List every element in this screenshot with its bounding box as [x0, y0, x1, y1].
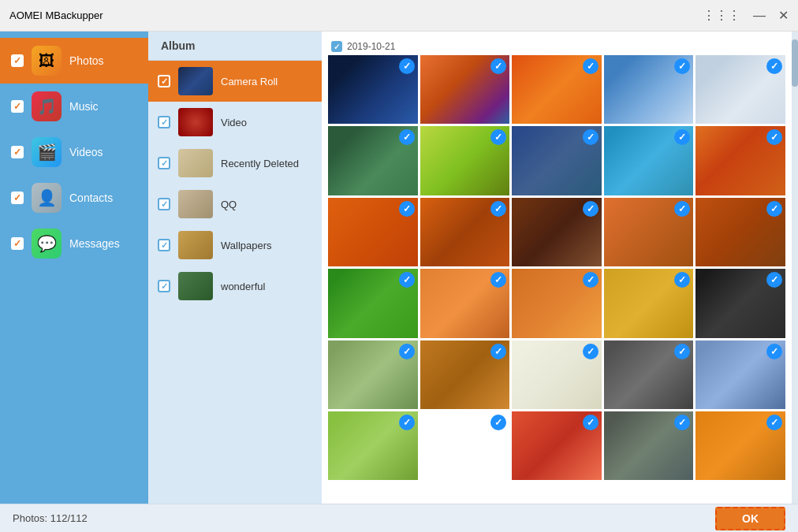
photo-cell-21[interactable] [328, 340, 418, 409]
photo-check-6 [399, 129, 415, 145]
photo-cell-9[interactable] [604, 126, 694, 195]
photo-cell-7[interactable] [420, 126, 510, 195]
album-item-recently-deleted[interactable]: Recently Deleted [148, 143, 322, 184]
date-label: 2019-10-21 [328, 38, 785, 55]
photo-cell-3[interactable] [512, 55, 602, 124]
photo-cell-18[interactable] [512, 269, 602, 337]
music-icon: 🎵 [32, 91, 62, 121]
photo-cell-4[interactable] [604, 55, 694, 124]
scrollbar-thumb[interactable] [792, 39, 798, 87]
photo-cell-26[interactable] [328, 411, 418, 480]
photo-cell-8[interactable] [512, 126, 602, 195]
status-bar: Photos: 112/112 OK [0, 504, 798, 532]
app-title: AOMEI MBackupper [9, 9, 703, 21]
photo-cell-20[interactable] [695, 269, 785, 337]
sidebar-label-music: Music [69, 100, 99, 113]
app-body: 🖼 Photos 🎵 Music 🎬 Videos 👤 Contacts 💬 M… [0, 32, 798, 504]
photo-cell-27[interactable] [420, 411, 510, 480]
photo-cell-5[interactable] [695, 55, 785, 124]
sidebar-item-messages[interactable]: 💬 Messages [0, 221, 148, 266]
photo-cell-11[interactable] [328, 198, 418, 266]
album-checkbox-video[interactable] [158, 116, 170, 128]
photo-cell-30[interactable] [695, 411, 785, 480]
photo-check-5 [766, 58, 782, 74]
photo-check-21 [399, 344, 415, 359]
photo-check-25 [766, 344, 782, 359]
photo-cell-17[interactable] [420, 269, 510, 337]
photo-check-16 [399, 272, 415, 288]
photo-grid [328, 55, 785, 480]
photo-cell-16[interactable] [328, 269, 418, 337]
messages-icon: 💬 [32, 229, 62, 259]
date-section: 2019-10-21 [328, 38, 785, 480]
album-checkbox-wallpapers[interactable] [158, 239, 170, 251]
album-list: Camera Roll Video Recently Deleted [148, 61, 322, 504]
album-name-qq: QQ [221, 199, 237, 210]
photo-check-12 [490, 201, 506, 217]
sidebar-item-videos[interactable]: 🎬 Videos [0, 129, 148, 175]
window-controls: ⋮⋮⋮ — ✕ [703, 9, 789, 22]
photo-grid-container[interactable]: 2019-10-21 [322, 32, 792, 504]
photo-cell-29[interactable] [604, 411, 694, 480]
photo-cell-13[interactable] [512, 198, 602, 266]
photo-cell-23[interactable] [512, 340, 602, 409]
title-bar: AOMEI MBackupper ⋮⋮⋮ — ✕ [0, 0, 798, 32]
photo-cell-1[interactable] [328, 55, 418, 124]
minimize-button[interactable]: — [753, 9, 766, 22]
photo-cell-2[interactable] [420, 55, 510, 124]
photo-cell-24[interactable] [604, 340, 694, 409]
photo-cell-28[interactable] [512, 411, 602, 480]
album-thumb-recently-deleted [178, 149, 213, 177]
album-name-recently-deleted: Recently Deleted [221, 158, 299, 169]
photo-cell-14[interactable] [604, 198, 694, 266]
album-checkbox-wonderful[interactable] [158, 280, 170, 292]
photo-cell-10[interactable] [695, 126, 785, 195]
album-thumb-video [178, 108, 213, 136]
sidebar-checkbox-messages[interactable] [11, 237, 24, 250]
photo-cell-15[interactable] [695, 198, 785, 266]
photo-check-18 [583, 272, 598, 288]
album-thumb-wallpapers [178, 231, 213, 259]
ok-button[interactable]: OK [715, 507, 785, 530]
sidebar-checkbox-photos[interactable] [11, 54, 24, 67]
sidebar-checkbox-music[interactable] [11, 100, 24, 113]
sidebar-item-photos[interactable]: 🖼 Photos [0, 38, 148, 84]
album-checkbox-recently-deleted[interactable] [158, 157, 170, 169]
photos-icon: 🖼 [32, 46, 62, 76]
album-item-wallpapers[interactable]: Wallpapers [148, 225, 322, 266]
sidebar-checkbox-contacts[interactable] [11, 192, 24, 204]
album-item-wonderful[interactable]: wonderful [148, 266, 322, 307]
contacts-icon: 👤 [32, 183, 62, 213]
photo-cell-22[interactable] [420, 340, 510, 409]
sidebar-label-messages: Messages [69, 237, 120, 250]
album-item-qq[interactable]: QQ [148, 184, 322, 225]
sidebar-label-contacts: Contacts [69, 192, 113, 204]
album-name-video: Video [221, 117, 247, 128]
photo-check-15 [766, 201, 782, 217]
close-button[interactable]: ✕ [778, 9, 789, 22]
sidebar-item-music[interactable]: 🎵 Music [0, 84, 148, 129]
menu-icon[interactable]: ⋮⋮⋮ [703, 9, 740, 22]
album-panel: Album Camera Roll Video [148, 32, 322, 504]
photo-cell-6[interactable] [328, 126, 418, 195]
photo-cell-12[interactable] [420, 198, 510, 266]
album-thumb-camera-roll [178, 67, 213, 95]
album-checkbox-camera-roll[interactable] [158, 75, 170, 87]
right-scrollbar[interactable] [792, 32, 798, 504]
photo-check-30 [766, 415, 782, 430]
photo-check-24 [674, 344, 690, 359]
album-item-camera-roll[interactable]: Camera Roll [148, 61, 322, 102]
photo-cell-25[interactable] [695, 340, 785, 409]
album-name-camera-roll: Camera Roll [221, 76, 278, 87]
sidebar-item-contacts[interactable]: 👤 Contacts [0, 175, 148, 221]
photo-check-1 [399, 58, 415, 74]
album-checkbox-qq[interactable] [158, 198, 170, 210]
photo-check-3 [583, 58, 598, 74]
date-checkbox[interactable] [331, 41, 342, 52]
photo-check-26 [399, 415, 415, 430]
photo-check-23 [583, 344, 598, 359]
photo-cell-19[interactable] [604, 269, 694, 337]
sidebar-checkbox-videos[interactable] [11, 146, 24, 158]
album-thumb-wonderful [178, 272, 213, 300]
album-item-video[interactable]: Video [148, 102, 322, 143]
